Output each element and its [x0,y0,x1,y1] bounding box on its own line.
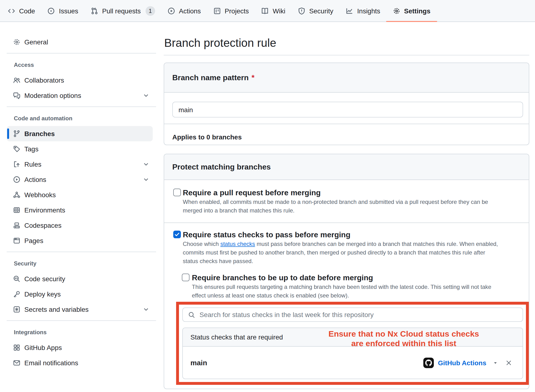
description-text: Choose which [183,241,220,247]
require-pull-request-title: Require a pull request before merging [183,188,321,198]
status-check-search-input[interactable] [199,307,523,322]
sidebar-item-code-security[interactable]: Code security [7,271,153,286]
sidebar-item-label: General [24,38,48,46]
status-check-row: main GitHub Actions [183,347,523,379]
code-icon [8,7,15,15]
chevron-down-icon[interactable] [143,93,149,98]
check-icon [174,232,180,237]
key-icon [13,290,21,298]
require-up-to-date-title: Require branches to be up to date before… [192,273,373,283]
divider [7,53,156,53]
code-scan-icon [13,275,21,283]
main-content: Branch protection rule Branch name patte… [164,0,535,392]
description-text: must pass before branches can be merged … [255,241,498,247]
git-branch-icon [13,130,21,138]
caret-down-icon[interactable] [493,360,498,365]
require-pull-request-checkbox[interactable] [173,189,181,196]
sidebar-item-label: GitHub Apps [24,344,62,351]
required-status-checks-box: Status checks that are required main Git… [182,328,523,379]
description-line: commits must first be pushed to another … [183,248,498,257]
sidebar-item-moderation-options[interactable]: Moderation options [7,88,153,103]
mail-icon [13,359,21,367]
sidebar-item-webhooks[interactable]: Webhooks [7,187,153,202]
branch-name-pattern-header: Branch name pattern * [164,63,529,93]
divider [7,252,156,252]
tab-pull-requests[interactable]: Pull requests 1 [87,0,159,22]
sidebar-item-secrets-and-variables[interactable]: Secrets and variables [7,302,153,317]
webhook-icon [13,191,21,199]
sidebar-item-deploy-keys[interactable]: Deploy keys [7,286,153,302]
tab-label: Issues [59,7,78,15]
sidebar-item-label: Tags [24,145,38,153]
chevron-down-icon[interactable] [143,307,149,312]
sidebar-item-label: Deploy keys [24,290,61,298]
description-line: status checks have passed. [183,257,498,265]
require-status-checks-title: Require status checks to pass before mer… [183,230,350,240]
sidebar-section-security: Security [14,259,160,268]
chevron-down-icon[interactable] [143,161,149,167]
sidebar-section-integrations: Integrations [14,328,160,337]
sidebar-item-label: Code security [24,275,65,283]
protect-matching-branches-header: Protect matching branches [164,154,529,180]
required-status-checks-header: Status checks that are required [183,328,523,347]
codespaces-icon [13,222,21,229]
search-icon [188,311,195,318]
sidebar-item-label: Actions [24,176,46,183]
required-asterisk: * [252,73,254,82]
active-item-indicator [7,128,9,139]
sidebar-item-environments[interactable]: Environments [7,202,153,218]
status-check-name: main [190,359,207,367]
description-line: effect unless at least one status check … [192,291,491,300]
apps-icon [13,344,21,351]
sidebar-item-actions[interactable]: Actions [7,172,153,187]
github-settings-page: Code Issues Pull requests 1 Actions Pr [0,0,535,392]
tab-label: Pull requests [102,7,141,15]
sidebar-item-tags[interactable]: Tags [7,141,153,157]
rules-icon [13,160,21,168]
sidebar-item-branches[interactable]: Branches [7,126,153,141]
sidebar-item-label: Pages [24,237,43,244]
status-checks-link[interactable]: status checks [220,241,255,247]
sidebar-section-access: Access [14,60,160,70]
play-icon [13,176,21,183]
page-title: Branch protection rule [164,36,276,50]
sidebar-item-collaborators[interactable]: Collaborators [7,73,153,88]
required-status-checks-label: Status checks that are required [190,333,283,341]
sidebar-item-rules[interactable]: Rules [7,157,153,172]
description-line: This ensures pull requests targeting a m… [192,283,491,291]
comment-discussion-icon [13,92,21,99]
protect-matching-branches-card: Protect matching branches Require a pull… [164,154,529,389]
require-status-checks-checkbox[interactable] [173,231,181,238]
asterisk-box-icon [13,306,21,313]
divider [7,320,156,321]
sidebar-item-github-apps[interactable]: GitHub Apps [7,340,153,355]
branch-name-pattern-label: Branch name pattern [172,73,249,82]
branch-name-pattern-input[interactable] [172,102,523,117]
sidebar-item-label: Rules [24,160,42,168]
divider [7,106,156,107]
description-line: When enabled, all commits must be made t… [183,198,488,206]
divider [164,124,529,124]
sidebar-item-email-notifications[interactable]: Email notifications [7,355,153,371]
sidebar-item-general[interactable]: General [7,34,153,50]
protect-matching-branches-label: Protect matching branches [172,163,271,171]
applies-to-branches-text: Applies to 0 branches [172,133,242,141]
require-up-to-date-checkbox[interactable] [182,274,189,281]
sidebar-item-label: Branches [24,130,55,138]
tab-issues[interactable]: Issues [44,0,82,22]
sidebar-item-codespaces[interactable]: Codespaces [7,218,153,233]
git-pull-request-icon [91,7,98,15]
status-check-app-link[interactable]: GitHub Actions [438,359,486,366]
sidebar-item-label: Email notifications [24,359,78,367]
people-icon [13,76,21,84]
issue-opened-icon [47,7,55,15]
sidebar-item-pages[interactable]: Pages [7,233,153,248]
chevron-down-icon[interactable] [143,177,149,182]
require-status-checks-description: Choose which status checks must pass bef… [183,240,498,265]
require-pull-request-description: When enabled, all commits must be made t… [183,198,488,215]
sidebar-item-label: Moderation options [24,92,81,99]
github-octocat-icon [423,357,434,368]
status-check-search [182,307,523,322]
tab-code[interactable]: Code [4,0,39,22]
remove-status-check-icon[interactable] [505,359,512,366]
